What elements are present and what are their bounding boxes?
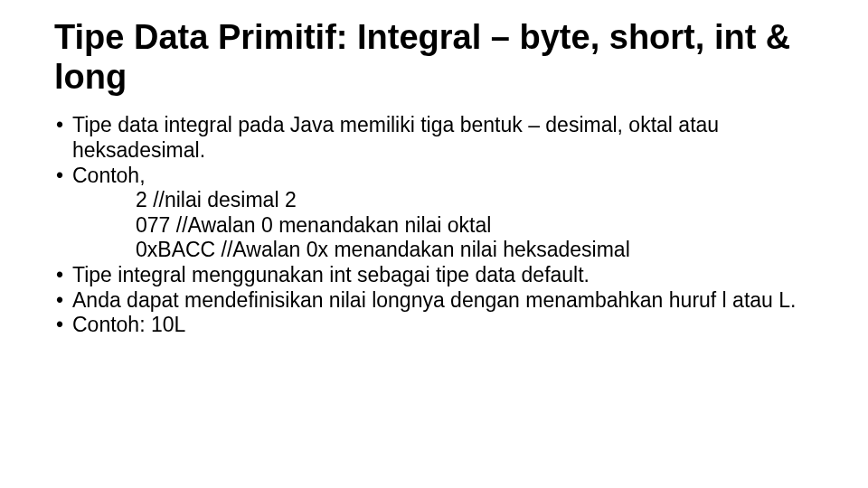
slide-title: Tipe Data Primitif: Integral – byte, sho… [54, 18, 814, 97]
indent-line: 0xBACC //Awalan 0x menandakan nilai heks… [54, 238, 814, 263]
bullet-item: • Anda dapat mendefinisikan nilai longny… [54, 288, 814, 314]
bullet-text: Tipe integral menggunakan int sebagai ti… [72, 263, 814, 288]
bullet-dot-icon: • [54, 313, 72, 338]
indent-line: 077 //Awalan 0 menandakan nilai oktal [54, 213, 814, 239]
bullet-dot-icon: • [54, 164, 72, 189]
slide: Tipe Data Primitif: Integral – byte, sho… [0, 0, 868, 338]
bullet-item: • Contoh, [54, 164, 814, 189]
bullet-item: • Contoh: 10L [54, 313, 814, 338]
slide-body: • Tipe data integral pada Java memiliki … [54, 113, 814, 337]
bullet-dot-icon: • [54, 263, 72, 288]
bullet-item: • Tipe integral menggunakan int sebagai … [54, 263, 814, 288]
indent-line: 2 //nilai desimal 2 [54, 188, 814, 213]
bullet-item: • Tipe data integral pada Java memiliki … [54, 113, 814, 163]
bullet-text: Anda dapat mendefinisikan nilai longnya … [72, 288, 814, 314]
bullet-dot-icon: • [54, 113, 72, 138]
bullet-text: Contoh: 10L [72, 313, 814, 338]
bullet-text: Tipe data integral pada Java memiliki ti… [72, 113, 814, 163]
bullet-dot-icon: • [54, 288, 72, 314]
bullet-text: Contoh, [72, 164, 814, 189]
